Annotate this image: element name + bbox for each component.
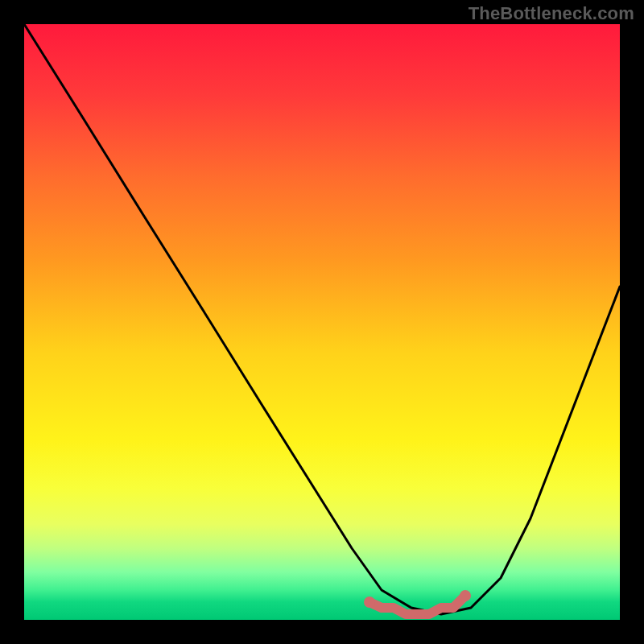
chart-frame: TheBottleneck.com	[0, 0, 644, 644]
plot-area	[24, 24, 620, 620]
chart-svg	[24, 24, 620, 620]
bottleneck-curve	[24, 24, 620, 614]
flat-highlight-segment	[369, 596, 465, 614]
attribution-label: TheBottleneck.com	[469, 3, 634, 24]
highlight-dot-end	[460, 590, 471, 601]
highlight-dot-start	[364, 597, 375, 608]
